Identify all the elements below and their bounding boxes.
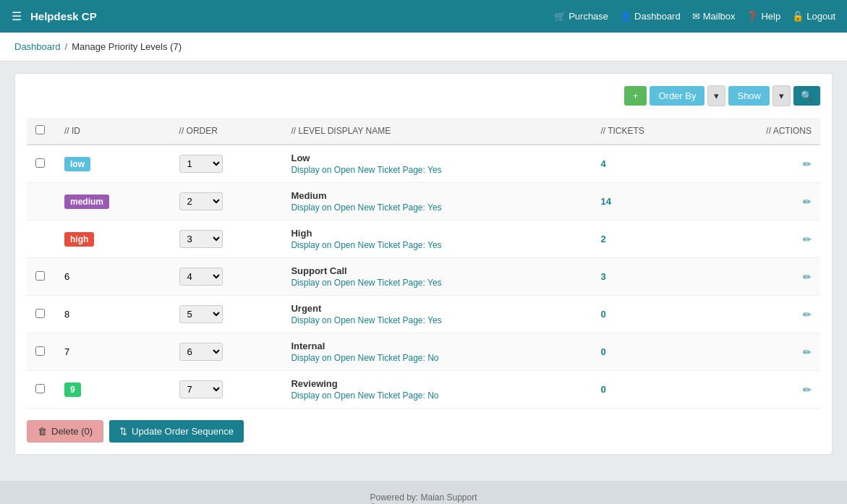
breadcrumb: Dashboard / Manage Priority Levels (7) [14,41,833,52]
table-row: 71234567InternalDisplay on Open New Tick… [27,333,820,371]
trash-icon: 🗑 [38,426,47,437]
level-name-sub: Display on Open New Ticket Page: Yes [291,165,583,175]
ticket-count: 0 [592,371,705,409]
nav-purchase[interactable]: 🛒 Purchase [554,11,608,22]
table-row: 81234567UrgentDisplay on Open New Ticket… [27,296,820,333]
order-select[interactable]: 1234567 [179,268,223,286]
edit-icon[interactable]: ✏ [803,158,812,170]
col-id: // ID [56,118,171,145]
id-badge: low [64,157,90,171]
breadcrumb-home[interactable]: Dashboard [14,41,61,52]
add-button[interactable]: + [624,86,647,106]
edit-icon[interactable]: ✏ [803,346,812,358]
edit-icon[interactable]: ✏ [803,309,812,320]
breadcrumb-separator: / [65,41,68,52]
table-row: low1234567LowDisplay on Open New Ticket … [27,145,820,183]
order-select[interactable]: 1234567 [179,155,223,173]
id-text: 6 [56,258,171,296]
level-name-main: High [291,228,583,239]
table-row: high1234567HighDisplay on Open New Ticke… [27,221,820,258]
hamburger-icon[interactable]: ☰ [12,9,22,23]
ticket-count: 3 [592,258,705,296]
level-name-main: Medium [291,190,583,201]
level-name-main: Low [291,153,583,163]
id-text: 7 [56,333,171,371]
app-title: Helpdesk CP [30,10,97,22]
id-badge: 9 [64,383,81,397]
level-name-main: Reviewing [291,378,583,389]
id-text: 8 [56,296,171,333]
ticket-count: 2 [592,221,705,258]
breadcrumb-bar: Dashboard / Manage Priority Levels (7) [0,33,847,61]
sort-icon: ⇅ [119,426,127,437]
level-name-sub: Display on Open New Ticket Page: No [291,353,583,363]
row-checkbox[interactable] [35,384,45,393]
level-name-main: Internal [291,341,583,351]
nav-help[interactable]: ❓ Help [746,11,780,22]
footer-line1: Powered by: Maian Support [12,492,835,503]
id-badge: high [64,232,94,247]
delete-button[interactable]: 🗑 Delete (0) [27,420,103,443]
footer: Powered by: Maian Support © 2005 - 2022 … [0,481,847,504]
nav-mailbox[interactable]: ✉ Mailbox [692,11,736,22]
order-select[interactable]: 1234567 [179,230,223,248]
level-name-main: Urgent [291,303,583,314]
level-name-sub: Display on Open New Ticket Page: Yes [291,315,583,325]
level-name-main: Support Call [291,265,583,276]
toolbar: + Order By ▾ Show ▾ 🔍 [27,85,820,106]
select-all-checkbox[interactable] [35,125,45,134]
col-order: // ORDER [171,118,283,145]
navbar: ☰ Helpdesk CP 🛒 Purchase 👤 Dashboard ✉ M… [0,0,847,33]
update-label: Update Order Sequence [132,426,234,437]
col-tickets: // TICKETS [592,118,705,145]
edit-icon[interactable]: ✏ [803,196,812,208]
table-header-row: // ID // ORDER // LEVEL DISPLAY NAME // … [27,118,820,145]
id-badge: medium [64,195,109,209]
order-by-button[interactable]: Order By [650,86,705,106]
ticket-count: 4 [592,145,705,183]
col-level-display-name: // LEVEL DISPLAY NAME [282,118,592,145]
nav-dashboard[interactable]: 👤 Dashboard [620,11,681,22]
show-caret[interactable]: ▾ [772,85,791,106]
table-row: 91234567ReviewingDisplay on Open New Tic… [27,371,820,409]
search-button[interactable]: 🔍 [793,86,820,106]
edit-icon[interactable]: ✏ [803,384,812,396]
row-checkbox[interactable] [35,271,45,281]
col-actions: // ACTIONS [705,118,820,145]
priority-table: // ID // ORDER // LEVEL DISPLAY NAME // … [27,118,820,409]
table-row: medium1234567MediumDisplay on Open New T… [27,183,820,221]
nav-logout[interactable]: 🔓 Logout [792,11,835,22]
edit-icon[interactable]: ✏ [803,271,812,283]
ticket-count: 0 [592,333,705,371]
table-row: 61234567Support CallDisplay on Open New … [27,258,820,296]
order-select[interactable]: 1234567 [179,192,223,210]
order-select[interactable]: 1234567 [179,343,223,361]
main-content: + Order By ▾ Show ▾ 🔍 // ID // ORDER // … [0,61,847,466]
edit-icon[interactable]: ✏ [803,234,812,245]
delete-label: Delete (0) [51,426,93,437]
nav-links: 🛒 Purchase 👤 Dashboard ✉ Mailbox ❓ Help … [554,11,835,22]
level-name-sub: Display on Open New Ticket Page: Yes [291,202,583,213]
order-select[interactable]: 1234567 [179,305,223,323]
order-select[interactable]: 1234567 [179,380,223,398]
content-card: + Order By ▾ Show ▾ 🔍 // ID // ORDER // … [14,73,833,455]
show-button[interactable]: Show [728,86,770,106]
ticket-count: 0 [592,296,705,333]
level-name-sub: Display on Open New Ticket Page: Yes [291,240,583,250]
ticket-count: 14 [592,183,705,221]
row-checkbox[interactable] [35,158,45,168]
row-checkbox[interactable] [35,309,45,318]
level-name-sub: Display on Open New Ticket Page: Yes [291,278,583,288]
level-name-sub: Display on Open New Ticket Page: No [291,390,583,401]
bottom-bar: 🗑 Delete (0) ⇅ Update Order Sequence [27,420,820,443]
order-by-caret[interactable]: ▾ [707,85,725,106]
row-checkbox[interactable] [35,346,45,356]
breadcrumb-current: Manage Priority Levels (7) [72,41,182,52]
update-order-button[interactable]: ⇅ Update Order Sequence [109,420,244,443]
